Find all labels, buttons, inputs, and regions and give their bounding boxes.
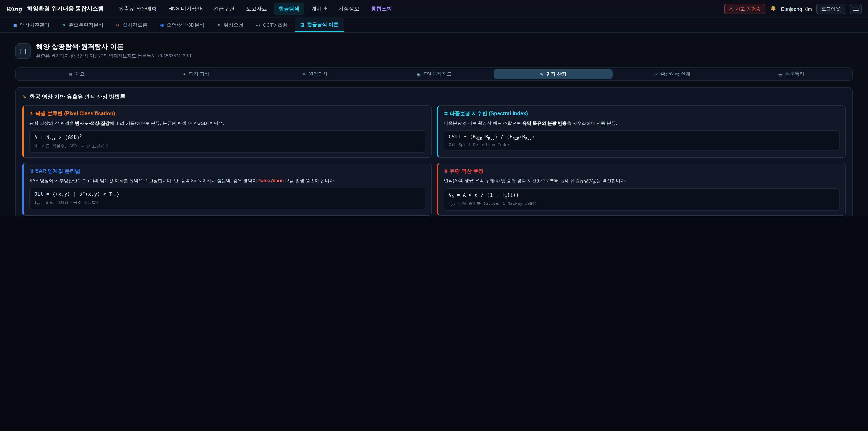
tab-diffusion-link[interactable]: ⇄ 확산예측 연계: [613, 69, 732, 79]
method-card-body: 다중분광 센서로 촬영한 밴드 조합으로 유막 특유의 분광 반응을 지수화하여…: [444, 120, 839, 127]
method-card-title: ② 다중분광 지수법 (Spectral Index): [444, 110, 839, 117]
map-icon: ▦: [416, 72, 421, 76]
formula-note: N: 기름 픽셀수, GSD: 지상 표본거리: [34, 143, 420, 149]
subnav-tab-satellite-request[interactable]: ✴ 위성요청: [212, 18, 249, 32]
incident-status-label: 사고 진행중: [736, 6, 761, 12]
image-icon: ▣: [13, 23, 17, 28]
method-card-pixel-classification: ① 픽셀 분류법 (Pixel Classification) 광학 영상의 각…: [22, 105, 432, 157]
formula-note: Tth: 최적 임계값 (국소 적응형): [34, 199, 420, 206]
method-card-body: 면적(A)과 평균 유막 두께(d) 및 풍화 경과 시간(t)으로부터 원래 …: [444, 177, 839, 185]
app-title: 해양환경 위기대응 통합시스템: [27, 5, 104, 13]
plane-icon: ✈: [182, 72, 186, 76]
chart-icon: ◪: [300, 22, 305, 27]
nav-item-emergency-rescue[interactable]: 긴급구난: [209, 3, 239, 15]
formula: Oil = {(x,y) | σ°(x,y) < Tth}: [34, 191, 420, 198]
subnav-tab-ship-3d-analysis[interactable]: ◉ 오염/선박3D분석: [155, 18, 210, 32]
formula-box: A = Noil × (GSD)2 N: 기름 픽셀수, GSD: 지상 표본거…: [29, 130, 425, 153]
nav-item-integrated-search[interactable]: 통합조회: [366, 3, 397, 15]
topnav-right-controls: ⚠ 사고 진행중 Eunjeong Kim 로그아웃: [724, 3, 862, 14]
link-icon: ⇄: [654, 72, 658, 76]
pencil-icon: ✎: [539, 72, 544, 76]
cctv-icon: ◎: [256, 23, 260, 28]
method-card-volume-inversion: ④ 유량 역산 추정 면적(A)과 평균 유막 두께(d) 및 풍화 경과 시간…: [436, 162, 846, 215]
method-card-title: ③ SAR 임계값 분리법: [29, 167, 425, 174]
formula-box: OSDI = (BNIR-BRed) / (BNIR+BRed) Oil Spi…: [444, 130, 839, 151]
page-subtitle: 유출유 원격탐지·항공감시 기법·ESI 방제정보지도·등록특허 10-1567…: [36, 53, 191, 59]
subtab-label: 항공탐색 이론: [307, 21, 338, 28]
user-name: Eunjeong Kim: [781, 6, 812, 11]
alert-icon: ⚠: [729, 6, 733, 11]
method-card-body: SAR 영상에서 후방산란계수(σ°)의 임계값 이하를 유막으로 판정합니다.…: [29, 177, 425, 184]
area-method-panel: ✎ 항공 영상 기반 유출유 면적 산정 방법론 ① 픽셀 분류법 (Pixel…: [16, 87, 852, 216]
theory-page-icon: ▤: [16, 43, 31, 59]
formula: A = Noil × (GSD)2: [34, 134, 420, 141]
pencil-icon: ✎: [22, 94, 26, 100]
main-nav: 유출유 확산예측 HNS·대기확산 긴급구난 보고자료 항공탐색 게시판 기상정…: [114, 3, 397, 15]
notification-bell-icon[interactable]: [770, 5, 776, 12]
subnav-tab-cctv-view[interactable]: ◎ CCTV 조회: [251, 18, 293, 32]
globe-icon: ⊕: [69, 72, 72, 76]
incident-status-badge[interactable]: ⚠ 사고 진행중: [724, 3, 765, 14]
method-section-title: ✎ 항공 영상 기반 유출유 면적 산정 방법론: [22, 93, 846, 101]
nav-item-board[interactable]: 게시판: [306, 3, 332, 15]
subnav-tab-realtime-drone[interactable]: ✈ 실시간드론: [111, 18, 153, 32]
app-root: Wing 해양환경 위기대응 통합시스템 유출유 확산예측 HNS·대기확산 긴…: [0, 0, 868, 216]
satellite-icon: ✴: [302, 72, 306, 76]
subtab-label: 오염/선박3D분석: [167, 22, 204, 29]
subnav-tab-photo-management[interactable]: ▣ 영상사진관리: [7, 18, 55, 32]
method-cards-grid: ① 픽셀 분류법 (Pixel Classification) 광학 영상의 각…: [22, 105, 846, 216]
formula-note: fe: 누적 증발률 (Stiver & Mackay 1984): [449, 201, 835, 207]
logout-button[interactable]: 로그아웃: [816, 3, 845, 14]
page-header: ▤ 해양 항공탐색·원격탐사 이론 유출유 원격탐지·항공감시 기법·ESI 방…: [16, 42, 852, 59]
method-card-sar-threshold: ③ SAR 임계값 분리법 SAR 영상에서 후방산란계수(σ°)의 임계값 이…: [22, 162, 432, 215]
formula-box: Oil = {(x,y) | σ°(x,y) < Tth} Tth: 최적 임계…: [29, 187, 425, 210]
method-card-spectral-index: ② 다중분광 지수법 (Spectral Index) 다중분광 센서로 촬영한…: [436, 105, 846, 157]
tab-esi-map[interactable]: ▦ ESI 방제지도: [375, 69, 494, 79]
theory-section-tabs: ⊕ 개요 ✈ 탐지 장비 ✴ 원격탐사 ▦ ESI 방제지도 ✎ 면적 산정 ⇄…: [16, 67, 852, 81]
subtab-label: 실시간드론: [123, 22, 147, 29]
nav-item-spill-prediction[interactable]: 유출유 확산예측: [114, 3, 161, 15]
tab-remote-sensing[interactable]: ✴ 원격탐사: [255, 69, 375, 79]
subtab-label: 위성요청: [223, 22, 243, 29]
subnav-tab-oil-area-analysis[interactable]: ✳ 유출유면적분석: [57, 18, 109, 32]
top-navbar: Wing 해양환경 위기대응 통합시스템 유출유 확산예측 HNS·대기확산 긴…: [0, 0, 868, 18]
satellite-icon: ✴: [217, 23, 221, 28]
brand: Wing 해양환경 위기대응 통합시스템: [6, 5, 104, 13]
page-title: 해양 항공탐색·원격탐사 이론: [36, 42, 191, 51]
document-icon: ▤: [778, 72, 782, 76]
tab-overview[interactable]: ⊕ 개요: [17, 69, 136, 79]
asterisk-icon: ✳: [62, 23, 66, 28]
method-card-title: ① 픽셀 분류법 (Pixel Classification): [29, 110, 425, 117]
formula: V0 = A × d / (1 - fe(t)): [449, 192, 835, 199]
hamburger-icon: [853, 7, 859, 7]
nav-item-reports[interactable]: 보고자료: [241, 3, 272, 15]
subtab-label: 유출유면적분석: [69, 22, 103, 29]
formula: OSDI = (BNIR-BRed) / (BNIR+BRed): [449, 134, 835, 141]
menu-button[interactable]: [850, 3, 862, 14]
brand-logo: Wing: [6, 5, 23, 12]
nav-item-hns-diffusion[interactable]: HNS·대기확산: [163, 3, 207, 15]
tab-detection-equipment[interactable]: ✈ 탐지 장비: [136, 69, 255, 79]
main-content: ▤ 해양 항공탐색·원격탐사 이론 유출유 원격탐지·항공감시 기법·ESI 방…: [0, 33, 868, 216]
sub-navbar: ▣ 영상사진관리 ✳ 유출유면적분석 ✈ 실시간드론 ◉ 오염/선박3D분석 ✴…: [0, 18, 868, 33]
sphere-icon: ◉: [160, 23, 164, 28]
formula-note: Oil Spill Detection Index: [449, 143, 835, 147]
method-card-title: ④ 유량 역산 추정: [444, 167, 839, 174]
method-card-body: 광학 영상의 각 픽셀을 반사도·색상·질감에 따라 기름/해수로 분류, 분류…: [29, 120, 425, 127]
tab-papers-patents[interactable]: ▤ 논문특허: [732, 69, 851, 79]
drone-icon: ✈: [116, 23, 120, 28]
nav-item-weather-info[interactable]: 기상정보: [334, 3, 364, 15]
formula-box: V0 = A × d / (1 - fe(t)) fe: 누적 증발률 (Sti…: [444, 188, 839, 211]
subtab-label: 영상사진관리: [20, 22, 50, 29]
subnav-tab-aerial-theory[interactable]: ◪ 항공탐색 이론: [295, 18, 344, 32]
tab-area-calculation[interactable]: ✎ 면적 산정: [493, 69, 613, 79]
nav-item-aerial-search[interactable]: 항공탐색: [274, 3, 305, 15]
subtab-label: CCTV 조회: [263, 22, 287, 29]
